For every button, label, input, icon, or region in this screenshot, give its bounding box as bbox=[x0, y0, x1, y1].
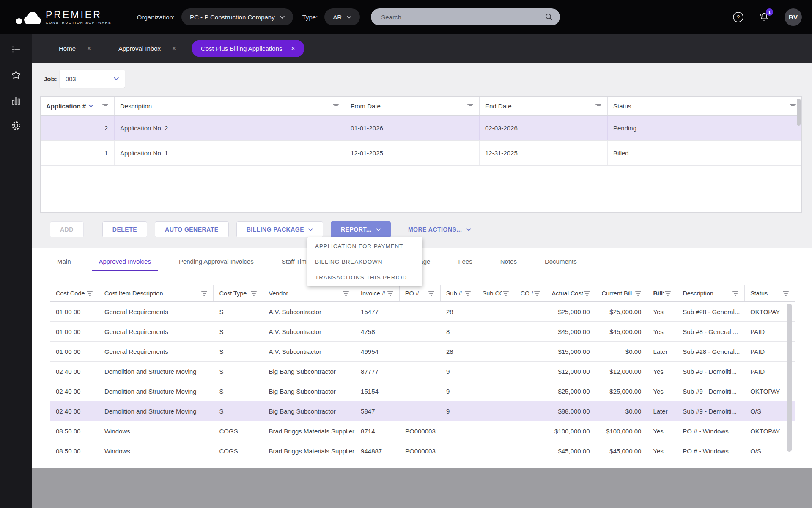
filter-icon[interactable] bbox=[634, 290, 642, 298]
column-header-cost_type[interactable]: Cost Type bbox=[214, 285, 263, 301]
cell-cost_type: S bbox=[214, 401, 263, 421]
filter-icon[interactable] bbox=[387, 290, 394, 298]
tab-pending-approval-invoices[interactable]: Pending Approval Invoices bbox=[172, 253, 261, 271]
menu-item-billing-breakdown[interactable]: BILLING BREAKDOWN bbox=[307, 254, 422, 270]
invoice-row[interactable]: 08 50 00WindowsCOGSBrad Briggs Materials… bbox=[50, 421, 795, 441]
invoice-row[interactable]: 08 50 00WindowsCOGSBrad Briggs Materials… bbox=[50, 441, 795, 461]
close-icon[interactable]: ✕ bbox=[291, 45, 296, 52]
menu-list-icon[interactable] bbox=[11, 44, 22, 55]
billing-package-button[interactable]: BILLING PACKAGE bbox=[236, 221, 323, 237]
invoice-row[interactable]: 02 40 00Demolition and Structure MovingS… bbox=[50, 381, 795, 401]
filter-icon[interactable] bbox=[732, 290, 739, 298]
filter-icon[interactable] bbox=[86, 290, 93, 298]
menu-item-transactions-this-period[interactable]: TRANSACTIONS THIS PERIOD bbox=[307, 270, 422, 285]
delete-button[interactable]: DELETE bbox=[102, 221, 147, 237]
filter-icon[interactable] bbox=[464, 290, 472, 298]
column-header-end_date[interactable]: End Date bbox=[480, 97, 608, 115]
invoices-table-scrollbar[interactable] bbox=[787, 304, 792, 452]
filter-icon[interactable] bbox=[782, 290, 790, 298]
reports-chart-icon[interactable] bbox=[11, 95, 22, 106]
tab-notes[interactable]: Notes bbox=[494, 253, 524, 271]
cell-vendor: Big Bang Subcontractor bbox=[263, 362, 355, 381]
filter-icon[interactable] bbox=[466, 102, 474, 110]
column-header-bill[interactable]: Bill? bbox=[647, 285, 677, 301]
filter-icon[interactable] bbox=[533, 290, 541, 298]
column-header-status[interactable]: Status bbox=[608, 97, 801, 115]
auto-generate-button[interactable]: AUTO GENERATE bbox=[155, 221, 229, 237]
filter-icon[interactable] bbox=[428, 290, 435, 298]
application-row[interactable]: 2Application No. 201-01-202602-03-2026Pe… bbox=[41, 116, 801, 141]
job-select[interactable]: 003 bbox=[60, 70, 125, 88]
search-icon[interactable] bbox=[545, 13, 553, 21]
workspace-tab-home[interactable]: Home ✕ bbox=[57, 45, 93, 52]
menu-item-application-for-payment[interactable]: APPLICATION FOR PAYMENT bbox=[307, 238, 422, 254]
report-button[interactable]: REPORT... bbox=[331, 221, 391, 237]
cell-cost_code: 02 40 00 bbox=[50, 381, 99, 401]
column-header-description[interactable]: Description bbox=[115, 97, 345, 115]
workspace-tab-cost-plus-billing-applications[interactable]: Cost Plus Billing Applications ✕ bbox=[192, 40, 305, 57]
cell-from_date: 12-01-2025 bbox=[345, 141, 480, 165]
applications-table-scrollbar[interactable] bbox=[797, 99, 801, 126]
filter-icon[interactable] bbox=[332, 102, 340, 110]
column-header-vendor[interactable]: Vendor bbox=[263, 285, 355, 301]
premier-logo[interactable]: PREMIER CONSTRUCTION SOFTWARE bbox=[15, 8, 112, 26]
notifications-bell-icon[interactable]: 1 bbox=[758, 11, 770, 23]
workspace-tab-approval-inbox[interactable]: Approval Inbox ✕ bbox=[117, 45, 178, 52]
type-select[interactable]: AR bbox=[324, 8, 360, 25]
chevron-down-icon bbox=[280, 16, 285, 19]
cell-sub_no bbox=[441, 441, 477, 461]
close-icon[interactable]: ✕ bbox=[87, 45, 91, 52]
more-actions-button[interactable]: MORE ACTIONS... bbox=[398, 221, 481, 237]
column-header-co_no[interactable]: CO # bbox=[515, 285, 546, 301]
filter-icon[interactable] bbox=[250, 290, 258, 298]
add-button[interactable]: ADD bbox=[50, 221, 84, 237]
column-header-po_no[interactable]: PO # bbox=[400, 285, 441, 301]
tab-approved-invoices[interactable]: Approved Invoices bbox=[92, 253, 158, 271]
filter-icon[interactable] bbox=[502, 290, 510, 298]
column-header-sub_co[interactable]: Sub CO bbox=[477, 285, 515, 301]
column-header-invoice_no[interactable]: Invoice # bbox=[355, 285, 400, 301]
cell-current_bill: $25,000.00 bbox=[596, 302, 648, 321]
invoice-row[interactable]: 01 00 00General RequirementsSA.V. Subcon… bbox=[50, 302, 795, 322]
invoice-row[interactable]: 02 40 00Demolition and Structure MovingS… bbox=[50, 401, 795, 421]
filter-icon[interactable] bbox=[342, 290, 350, 298]
chevron-down-icon bbox=[308, 228, 313, 231]
filter-icon[interactable] bbox=[102, 102, 109, 110]
cell-po_no: PO000003 bbox=[400, 421, 441, 441]
filter-icon[interactable] bbox=[789, 102, 796, 110]
filter-icon[interactable] bbox=[595, 102, 602, 110]
cell-cost_item_description: General Requirements bbox=[99, 302, 214, 321]
invoice-row[interactable]: 01 00 00General RequirementsSA.V. Subcon… bbox=[50, 322, 795, 342]
cell-vendor: Brad Briggs Materials Supplier bbox=[263, 441, 355, 461]
column-header-current_bill[interactable]: Current Bill bbox=[596, 285, 648, 301]
column-header-actual_cost[interactable]: Actual Cost bbox=[546, 285, 596, 301]
invoice-row[interactable]: 01 00 00General RequirementsSA.V. Subcon… bbox=[50, 342, 795, 362]
cell-sub_co bbox=[477, 401, 515, 421]
cell-sub_co bbox=[477, 302, 515, 321]
column-header-application_no[interactable]: Application # bbox=[41, 97, 115, 115]
help-icon[interactable]: ? bbox=[732, 11, 744, 23]
cell-cost_type: S bbox=[214, 322, 263, 341]
filter-icon[interactable] bbox=[200, 290, 208, 298]
column-header-description[interactable]: Description bbox=[677, 285, 745, 301]
filter-icon[interactable] bbox=[664, 290, 672, 298]
column-header-cost_code[interactable]: Cost Code bbox=[50, 285, 99, 301]
cell-end_date: 12-31-2025 bbox=[480, 141, 608, 165]
settings-gear-icon[interactable] bbox=[11, 120, 22, 131]
column-header-cost_item_description[interactable]: Cost Item Description bbox=[99, 285, 214, 301]
tab-documents[interactable]: Documents bbox=[538, 253, 584, 271]
column-header-sub_no[interactable]: Sub # bbox=[441, 285, 477, 301]
tab-fees[interactable]: Fees bbox=[451, 253, 479, 271]
user-avatar[interactable]: BV bbox=[785, 8, 802, 26]
close-icon[interactable]: ✕ bbox=[172, 45, 176, 52]
invoice-row[interactable]: 02 40 00Demolition and Structure MovingS… bbox=[50, 362, 795, 381]
favorites-star-icon[interactable] bbox=[11, 69, 22, 80]
search-input[interactable] bbox=[380, 13, 545, 21]
column-header-status[interactable]: Status bbox=[745, 285, 795, 301]
application-row[interactable]: 1Application No. 112-01-202512-31-2025Bi… bbox=[41, 141, 801, 166]
tab-main[interactable]: Main bbox=[50, 253, 78, 271]
cell-po_no bbox=[400, 302, 441, 321]
organization-select[interactable]: PC - P Construction Company bbox=[181, 8, 293, 25]
filter-icon[interactable] bbox=[583, 290, 591, 298]
column-header-from_date[interactable]: From Date bbox=[345, 97, 480, 115]
